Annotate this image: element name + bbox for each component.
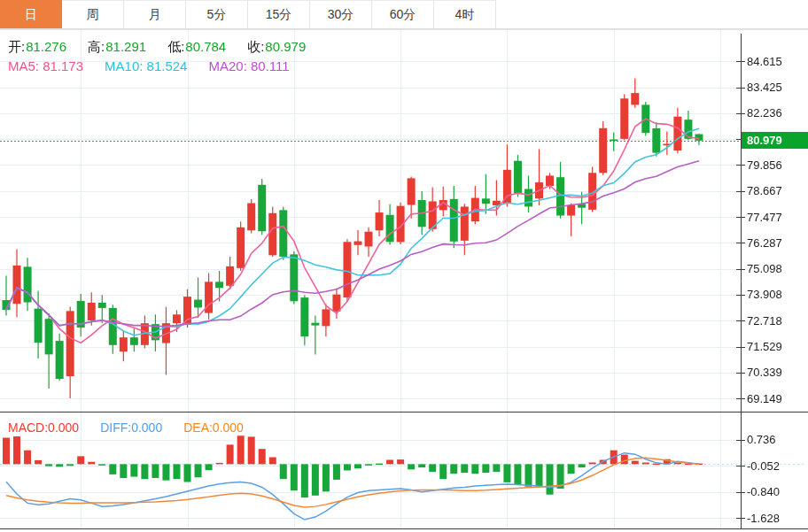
legend-macd-item: DIFF:0.000 xyxy=(100,420,162,435)
ohlc-legend: 开:81.276高:81.291低:80.784收:80.979 xyxy=(8,39,327,56)
price-tick-label: 71.529 xyxy=(747,340,805,353)
macd-legend: MACD:0.000DIFF:0.000DEA:0.000 xyxy=(8,420,265,435)
ohlc-label: 低: xyxy=(167,39,184,54)
price-tick-label: 69.149 xyxy=(747,392,805,405)
price-tick-label: 72.718 xyxy=(747,314,805,328)
ohlc-value: 80.979 xyxy=(265,39,306,54)
legend-ma-item: MA5: 81.173 xyxy=(8,58,83,73)
current-price-tag: 80.979 xyxy=(742,132,808,149)
tab-15min[interactable]: 15分 xyxy=(248,0,310,28)
ohlc-label: 收: xyxy=(247,39,264,54)
price-tick-label: 79.856 xyxy=(747,158,805,172)
ohlc-value: 81.276 xyxy=(26,39,66,54)
macd-tick-label: 0.736 xyxy=(747,433,805,446)
price-tick-label: 75.098 xyxy=(747,262,805,275)
interval-tabbar: 日周月5分15分30分60分4时 xyxy=(0,0,808,29)
tab-day[interactable]: 日 xyxy=(0,0,62,28)
price-tick-label: 70.339 xyxy=(747,366,805,379)
legend-macd-item: MACD:0.000 xyxy=(8,420,79,435)
price-tick-label: 84.615 xyxy=(747,55,805,68)
legend-ma-item: MA20: 80.111 xyxy=(208,58,289,73)
tab-week[interactable]: 周 xyxy=(62,0,124,28)
price-tick-label: 76.287 xyxy=(747,236,805,250)
price-tick-label: 73.908 xyxy=(747,288,805,301)
ma-legend: MA5: 81.173MA10: 81.524MA20: 80.111 xyxy=(8,58,311,73)
tab-4hour[interactable]: 4时 xyxy=(434,0,496,28)
macd-tick-label: -1.628 xyxy=(747,512,805,525)
tab-60min[interactable]: 60分 xyxy=(372,0,434,28)
legend-macd-item: DEA:0.000 xyxy=(183,420,244,435)
tab-month[interactable]: 月 xyxy=(124,0,186,28)
price-tick-label: 82.236 xyxy=(747,106,805,120)
ohlc-label: 高: xyxy=(88,39,105,54)
macd-tick-label: -0.840 xyxy=(747,485,805,498)
kline-macd-chart[interactable] xyxy=(0,0,808,532)
price-tick-label: 83.425 xyxy=(747,81,805,94)
ohlc-value: 80.784 xyxy=(185,39,226,54)
tab-5min[interactable]: 5分 xyxy=(186,0,248,28)
ohlc-label: 开: xyxy=(8,39,25,54)
price-tick-label: 77.477 xyxy=(747,211,805,224)
price-tick-label: 78.667 xyxy=(747,184,805,197)
ohlc-value: 81.291 xyxy=(105,39,146,54)
legend-ma-item: MA10: 81.524 xyxy=(105,58,187,73)
tab-30min[interactable]: 30分 xyxy=(310,0,372,28)
macd-tick-label: -0.052 xyxy=(747,459,805,473)
kline-app: 日周月5分15分30分60分4时 开:81.276高:81.291低:80.78… xyxy=(0,0,808,532)
